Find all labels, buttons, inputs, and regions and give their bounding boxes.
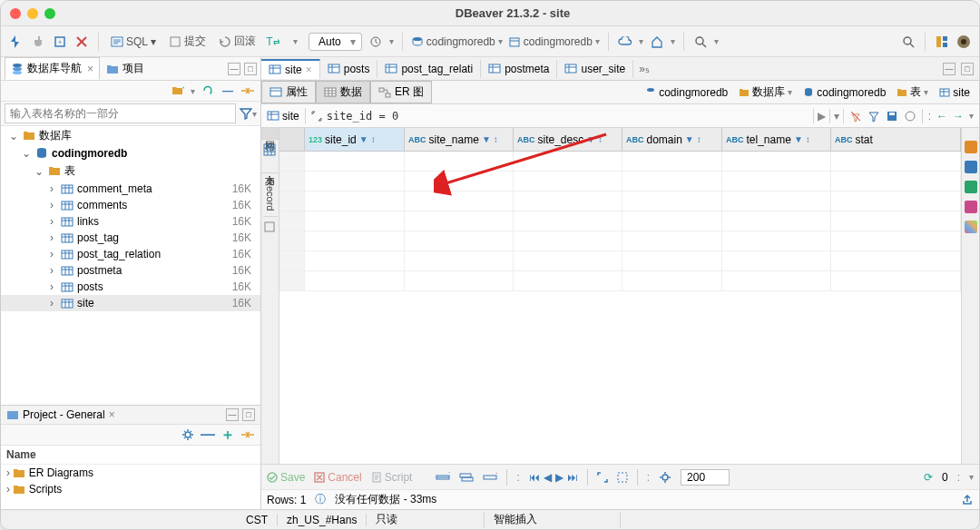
close-icon[interactable]: × bbox=[87, 63, 93, 75]
subtab-properties[interactable]: 属性 bbox=[261, 81, 316, 103]
db-tree[interactable]: ⌄数据库 ⌄codingmoredb ⌄表 ›comment_meta16K ›… bbox=[1, 126, 260, 405]
sort-asc-icon[interactable]: ↕ bbox=[371, 134, 376, 144]
tab-projects[interactable]: 项目 bbox=[100, 57, 151, 80]
traffic-max-icon[interactable] bbox=[44, 8, 55, 19]
last-page-icon[interactable]: ⏭ bbox=[567, 471, 578, 484]
subtab-data[interactable]: 数据 bbox=[316, 81, 370, 103]
refresh-icon[interactable] bbox=[201, 83, 215, 98]
row-number-header[interactable] bbox=[279, 128, 305, 151]
tx-isolation-combo[interactable]: Auto bbox=[309, 33, 362, 51]
link-editor-icon[interactable] bbox=[240, 427, 255, 442]
plug-icon[interactable] bbox=[30, 34, 46, 50]
close-icon[interactable]: × bbox=[306, 64, 312, 76]
editor-tab[interactable]: posts bbox=[320, 60, 378, 78]
panel-references-icon[interactable] bbox=[965, 221, 977, 233]
prev-green-icon[interactable]: ← bbox=[936, 110, 947, 123]
history-icon[interactable] bbox=[368, 34, 384, 50]
tree-twisty[interactable]: ⌄ bbox=[8, 130, 19, 142]
more-tabs-icon[interactable]: »₅ bbox=[639, 63, 650, 75]
funnel-icon[interactable]: ▼ bbox=[482, 134, 491, 144]
traffic-min-icon[interactable] bbox=[27, 8, 38, 19]
subtab-er[interactable]: ER 图 bbox=[370, 81, 432, 103]
connection-selector[interactable]: codingmoredb▾ bbox=[411, 35, 503, 48]
home-icon[interactable] bbox=[649, 34, 665, 50]
maximize-icon[interactable]: □ bbox=[961, 63, 974, 75]
maximize-icon[interactable]: □ bbox=[242, 408, 255, 421]
filter-table-tab[interactable]: site bbox=[261, 108, 306, 124]
crumb-db[interactable]: codingmoredb bbox=[799, 85, 889, 100]
first-page-icon[interactable]: ⏮ bbox=[529, 471, 540, 484]
database-selector[interactable]: codingmoredb▾ bbox=[508, 35, 600, 48]
refresh-icon[interactable]: ⟳ bbox=[924, 471, 933, 484]
cloud-icon[interactable] bbox=[617, 34, 633, 50]
panel-calc-icon[interactable] bbox=[965, 161, 977, 173]
crumb-table[interactable]: site bbox=[936, 85, 974, 100]
commit-button[interactable]: 提交 bbox=[165, 32, 210, 51]
chevron-down-icon[interactable]: ▾ bbox=[287, 34, 303, 50]
col-site_name[interactable]: ABCsite_name▼↕ bbox=[405, 128, 514, 151]
col-stat[interactable]: ABCstat bbox=[831, 128, 961, 151]
save-filter-icon[interactable] bbox=[886, 110, 898, 123]
search-icon[interactable] bbox=[900, 34, 916, 50]
editor-tab[interactable]: postmeta bbox=[481, 60, 557, 78]
panel-value-icon[interactable] bbox=[965, 141, 977, 153]
disconnect-icon[interactable] bbox=[74, 34, 90, 50]
export-icon[interactable] bbox=[961, 494, 974, 506]
expand-icon[interactable] bbox=[311, 111, 322, 122]
tab-db-navigator[interactable]: 数据库导航 × bbox=[5, 57, 100, 80]
next-green-icon[interactable]: → bbox=[953, 110, 964, 123]
fetch-size-input[interactable]: 200 bbox=[681, 469, 730, 486]
rollback-button[interactable]: 回滚 bbox=[215, 32, 260, 51]
collapse-icon[interactable]: — bbox=[201, 427, 215, 442]
grid-body[interactable] bbox=[279, 152, 961, 464]
prev-page-icon[interactable]: ◀ bbox=[544, 471, 552, 484]
cancel-button[interactable]: Cancel bbox=[314, 471, 361, 484]
link-editor-icon[interactable] bbox=[240, 83, 255, 98]
gear-icon[interactable] bbox=[181, 427, 195, 442]
data-grid[interactable]: 123site_id▼↕ ABCsite_name▼↕ ABCsite_desc… bbox=[279, 128, 961, 464]
funnel-icon[interactable] bbox=[240, 107, 252, 120]
tree-twisty[interactable]: › bbox=[46, 182, 57, 195]
panel-metadata-icon[interactable] bbox=[965, 201, 977, 213]
col-domain[interactable]: ABCdomain▼↕ bbox=[622, 128, 722, 151]
filter-expression[interactable]: site_id = 0 bbox=[306, 110, 813, 123]
script-button[interactable]: Script bbox=[371, 471, 413, 484]
add-icon[interactable]: ＋ bbox=[220, 427, 235, 442]
tx-mode-icon[interactable]: T⇄ bbox=[265, 34, 281, 50]
project-item[interactable]: › ER Diagrams bbox=[1, 465, 260, 481]
presentation-record[interactable]: Record bbox=[263, 173, 278, 217]
perspective-icon[interactable] bbox=[934, 34, 950, 50]
filter-history-icon[interactable]: ▾ bbox=[834, 110, 839, 123]
delete-row-icon[interactable]: − bbox=[483, 472, 497, 483]
settings-icon[interactable] bbox=[904, 110, 916, 123]
db-node[interactable]: codingmoredb bbox=[52, 147, 257, 160]
nav-filter-input[interactable] bbox=[5, 103, 236, 123]
minimize-icon[interactable]: — bbox=[226, 408, 239, 421]
col-site_id[interactable]: 123site_id▼↕ bbox=[305, 128, 405, 151]
clear-filter-icon[interactable] bbox=[849, 110, 862, 123]
duplicate-row-icon[interactable] bbox=[459, 472, 474, 483]
app-icon[interactable] bbox=[956, 34, 972, 50]
collapse-icon[interactable]: — bbox=[220, 83, 235, 98]
col-tel_name[interactable]: ABCtel_name▼↕ bbox=[722, 128, 831, 151]
zoom-grid-icon[interactable] bbox=[617, 472, 628, 483]
funnel-icon[interactable] bbox=[867, 110, 880, 123]
save-button[interactable]: Save bbox=[267, 471, 305, 484]
presentation-text[interactable]: 文本 bbox=[261, 162, 279, 173]
crumb-tables[interactable]: 表▾ bbox=[893, 83, 932, 101]
panel-grouping-icon[interactable] bbox=[965, 181, 977, 193]
editor-tab-site[interactable]: site× bbox=[261, 59, 320, 79]
new-sql-icon[interactable]: + bbox=[52, 34, 68, 50]
editor-tab[interactable]: post_tag_relati bbox=[377, 60, 481, 78]
project-item[interactable]: › Scripts bbox=[1, 481, 260, 497]
crumb-dbgroup[interactable]: 数据库▾ bbox=[735, 83, 796, 101]
add-row-icon[interactable]: + bbox=[436, 472, 450, 483]
maximize-icon[interactable]: □ bbox=[244, 63, 257, 75]
editor-tab[interactable]: user_site bbox=[557, 60, 633, 78]
maximize-grid-icon[interactable] bbox=[597, 472, 608, 483]
gear-icon[interactable] bbox=[659, 471, 671, 484]
new-connection-icon[interactable] bbox=[8, 34, 24, 50]
traffic-close-icon[interactable] bbox=[10, 8, 21, 19]
funnel-icon[interactable]: ▼ bbox=[359, 134, 368, 144]
minimize-icon[interactable]: — bbox=[943, 63, 956, 75]
